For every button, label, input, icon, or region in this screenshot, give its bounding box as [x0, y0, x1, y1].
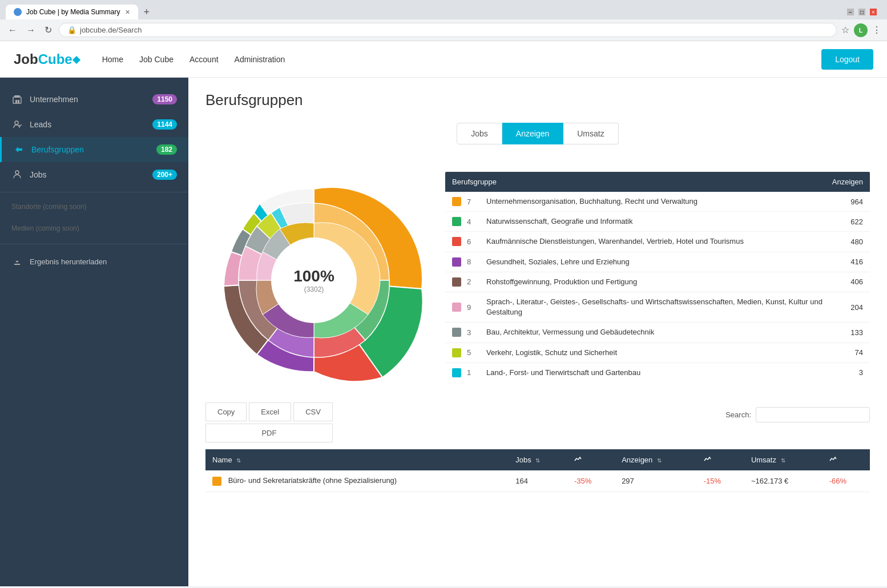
legend-name-8: Land-, Forst- und Tierwirtschaft und Gar…	[486, 368, 829, 378]
sort-icon-anzeigen: ⇅	[657, 457, 662, 464]
nav-account[interactable]: Account	[190, 55, 219, 64]
legend-num-4: 2	[467, 277, 481, 286]
logout-button[interactable]: Logout	[821, 49, 873, 70]
lock-icon: 🔒	[67, 26, 76, 34]
legend-name-6: Bau, Architektur, Vermessung und Gebäude…	[486, 327, 829, 337]
th-jobs-trend[interactable]	[567, 449, 615, 470]
tab-jobs[interactable]: Jobs	[457, 123, 502, 144]
nav-home[interactable]: Home	[102, 55, 123, 64]
trend-icon-anzeigen	[704, 455, 712, 463]
legend-row-1: 4 Naturwissenschaft, Geografie und Infor…	[445, 212, 870, 232]
legend-num-7: 5	[467, 348, 481, 357]
trend-icon-umsatz	[829, 455, 837, 463]
color-dot-6	[452, 328, 461, 337]
th-anzeigen-trend[interactable]	[697, 449, 744, 470]
nav-jobcube[interactable]: Job Cube	[139, 55, 174, 64]
td-anzeigen-trend: -15%	[697, 470, 744, 492]
svg-point-5	[15, 171, 19, 174]
legend-header: Berufsgruppe Anzeigen	[445, 172, 870, 192]
minimize-button[interactable]: −	[847, 9, 854, 15]
tab-anzeigen[interactable]: Anzeigen	[502, 123, 563, 144]
legend-value-0: 964	[829, 198, 863, 206]
download-label: Ergebnis herunterladen	[30, 257, 107, 266]
legend-num-1: 4	[467, 218, 481, 226]
legend-value-7: 74	[829, 348, 863, 357]
tab-title: Job Cube | by Media Summary	[26, 8, 120, 16]
search-label: Search:	[725, 410, 751, 419]
legend-value-1: 622	[829, 218, 863, 226]
legend-value-6: 133	[829, 328, 863, 337]
legend-value-8: 3	[829, 368, 863, 377]
legend-col-val: Anzeigen	[817, 178, 863, 186]
address-bar[interactable]: 🔒 jobcube.de/Search	[59, 23, 837, 37]
th-anzeigen[interactable]: Anzeigen ⇅	[615, 449, 697, 470]
sort-icon-umsatz: ⇅	[781, 457, 785, 464]
legend-name-0: Unternehmensorganisation, Buchhaltung, R…	[486, 196, 829, 207]
main-content: Berufsgruppen Jobs Anzeigen Umsatz	[188, 78, 887, 586]
td-jobs: 164	[509, 470, 567, 492]
pdf-button[interactable]: PDF	[205, 424, 333, 442]
legend-value-5: 204	[829, 303, 863, 312]
tab-favicon	[14, 8, 22, 16]
sidebar-label-unternehmen: Unternehmen	[30, 95, 152, 104]
sidebar-download-button[interactable]: Ergebnis herunterladen	[0, 249, 188, 274]
donut-chart: 100% (3302)	[205, 172, 422, 389]
forward-button[interactable]: →	[24, 24, 38, 37]
legend-num-5: 9	[467, 303, 481, 312]
sidebar-item-berufsgruppen[interactable]: Berufsgruppen 182	[0, 137, 188, 162]
new-tab-button[interactable]: +	[140, 5, 154, 19]
jobs-trend-value: -35%	[574, 477, 591, 485]
badge-jobs: 200+	[152, 170, 177, 180]
table-header-row: Name ⇅ Jobs ⇅ Anzeigen ⇅ Ums	[205, 449, 870, 470]
back-button[interactable]: ←	[6, 24, 19, 37]
sidebar-item-leads[interactable]: Leads 1144	[0, 112, 188, 137]
sidebar-section-medien: Medien (coming soon)	[0, 219, 188, 235]
maximize-button[interactable]: □	[858, 9, 865, 15]
sidebar-label-berufsgruppen: Berufsgruppen	[31, 145, 156, 154]
color-dot-0	[452, 197, 461, 206]
app-header: JobCube Home Job Cube Account Administra…	[0, 41, 887, 78]
browser-actions: ☆ L ⋮	[841, 23, 881, 37]
app-body: Unternehmen 1150 Leads 1144 Berufsgruppe…	[0, 78, 887, 586]
copy-button[interactable]: Copy	[205, 402, 247, 421]
color-dot-2	[452, 237, 461, 246]
color-dot-3	[452, 257, 461, 267]
th-name[interactable]: Name ⇅	[205, 449, 509, 470]
reload-button[interactable]: ↻	[42, 23, 54, 37]
legend-row-4: 2 Rohstoffgewinnung, Produktion und Fert…	[445, 272, 870, 292]
th-jobs[interactable]: Jobs ⇅	[509, 449, 567, 470]
tab-close-button[interactable]: ✕	[125, 9, 130, 16]
legend-name-4: Rohstoffgewinnung, Produktion und Fertig…	[486, 277, 829, 287]
browser-tab[interactable]: Job Cube | by Media Summary ✕	[6, 5, 138, 19]
main-nav: Home Job Cube Account Administration	[102, 55, 285, 64]
th-umsatz[interactable]: Umsatz ⇅	[744, 449, 823, 470]
menu-icon[interactable]: ⋮	[872, 25, 881, 35]
row-color-dot	[212, 477, 221, 486]
excel-button[interactable]: Excel	[249, 402, 291, 421]
legend-num-2: 6	[467, 237, 481, 246]
donut-center: 100% (3302)	[293, 267, 334, 293]
legend-name-1: Naturwissenschaft, Geografie und Informa…	[486, 216, 829, 227]
legend-num-6: 3	[467, 328, 481, 337]
badge-berufsgruppen: 182	[156, 144, 177, 155]
svg-point-4	[15, 121, 18, 124]
umsatz-trend-value: -66%	[829, 477, 846, 485]
chart-legend-area: 100% (3302) Berufsgruppe Anzeigen 7 Unte…	[205, 172, 870, 389]
csv-button[interactable]: CSV	[293, 402, 333, 421]
export-buttons-row: Copy Excel CSV	[205, 402, 333, 421]
search-input[interactable]	[756, 407, 870, 422]
td-umsatz-trend: -66%	[823, 470, 870, 492]
sidebar-item-unternehmen[interactable]: Unternehmen 1150	[0, 87, 188, 112]
legend-value-4: 406	[829, 277, 863, 286]
td-name: Büro- und Sekretariatskräfte (ohne Spezi…	[205, 470, 509, 492]
trend-icon-jobs	[574, 455, 582, 463]
close-button[interactable]: ×	[870, 9, 877, 15]
td-anzeigen: 297	[615, 470, 697, 492]
legend-row-2: 6 Kaufmännische Dienstleistungen, Warenh…	[445, 232, 870, 252]
legend-name-7: Verkehr, Logistik, Schutz und Sicherheit	[486, 348, 829, 358]
th-umsatz-trend[interactable]	[823, 449, 870, 470]
nav-administration[interactable]: Administration	[235, 55, 285, 64]
tab-umsatz[interactable]: Umsatz	[563, 123, 618, 144]
star-icon[interactable]: ☆	[841, 25, 849, 35]
sidebar-item-jobs[interactable]: Jobs 200+	[0, 162, 188, 187]
